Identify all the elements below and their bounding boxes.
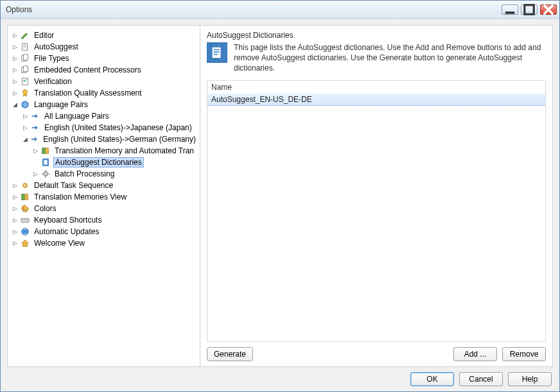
tree-item-tm-auto[interactable]: ▷Translation Memory and Automated Tran <box>31 145 197 157</box>
page-description: This page lists the AutoSuggest dictiona… <box>234 42 546 74</box>
document-icon <box>20 42 30 52</box>
svg-rect-10 <box>23 66 28 72</box>
tree-item-updates[interactable]: ▷Automatic Updates <box>10 226 197 237</box>
expand-icon[interactable]: ▷ <box>22 124 29 132</box>
tree-item-verification[interactable]: ▷Verification <box>10 76 197 87</box>
svg-rect-35 <box>28 219 28 220</box>
tree-item-as-dicts[interactable]: ▷AutoSuggest Dictionaries <box>31 157 197 168</box>
svg-rect-38 <box>214 49 220 51</box>
globe-icon <box>20 99 30 110</box>
files-icon <box>20 65 30 75</box>
tree-item-tm-view[interactable]: ▷Translation Memories View <box>10 191 197 203</box>
dialog-buttons: OK Cancel Help <box>7 372 553 386</box>
list-buttons: Generate Add ... Remove <box>207 347 546 361</box>
expand-icon[interactable]: ▷ <box>12 194 19 201</box>
svg-rect-1 <box>525 4 534 13</box>
titlebar: Options <box>1 1 559 19</box>
checklist-icon <box>20 76 30 87</box>
expand-icon[interactable]: ▷ <box>12 228 19 235</box>
options-window: Options ▷Editor ▷AutoSuggest ▷File Types… <box>0 0 560 392</box>
column-header-name[interactable]: Name <box>207 80 546 94</box>
gear-icon <box>20 180 30 191</box>
generate-button[interactable]: Generate <box>207 347 253 361</box>
files-icon <box>20 53 30 64</box>
expand-icon[interactable]: ▷ <box>12 205 19 212</box>
tree-item-langpairs[interactable]: ◢Language Pairs <box>10 99 197 110</box>
cancel-button[interactable]: Cancel <box>459 372 503 386</box>
svg-point-25 <box>24 185 26 187</box>
close-button[interactable] <box>540 4 557 15</box>
tree-item-all-pairs[interactable]: ▷All Language Pairs <box>21 110 197 122</box>
remove-button[interactable]: Remove <box>502 347 546 361</box>
tree-item-welcome[interactable]: ▷Welcome View <box>10 237 197 249</box>
expand-icon[interactable]: ▷ <box>12 182 19 189</box>
svg-point-19 <box>45 173 47 175</box>
expand-icon[interactable]: ▷ <box>12 240 19 247</box>
arrow-icon <box>30 123 40 133</box>
expand-icon[interactable]: ▷ <box>12 67 19 74</box>
expand-icon[interactable]: ▷ <box>22 113 29 120</box>
tm-icon <box>40 146 51 156</box>
svg-rect-39 <box>214 51 220 53</box>
palette-icon <box>20 203 30 214</box>
arrow-icon <box>30 111 40 121</box>
home-icon <box>20 238 30 248</box>
tree-item-filetypes[interactable]: ▷File Types <box>10 53 197 64</box>
svg-rect-8 <box>23 55 28 60</box>
expand-icon[interactable]: ▷ <box>12 55 19 62</box>
list-item[interactable]: AutoSuggest_EN-US_DE-DE <box>207 94 546 106</box>
tm-icon <box>20 192 30 202</box>
svg-rect-27 <box>25 194 28 200</box>
svg-rect-26 <box>22 194 24 200</box>
tree-item-editor[interactable]: ▷Editor <box>10 30 197 41</box>
page-title: AutoSuggest Dictionaries <box>207 31 546 40</box>
medal-icon <box>20 88 30 98</box>
minimize-button[interactable] <box>502 4 518 15</box>
description-row: This page lists the AutoSuggest dictiona… <box>207 42 546 74</box>
svg-rect-15 <box>46 148 48 154</box>
svg-rect-17 <box>44 160 47 165</box>
svg-point-28 <box>23 207 24 209</box>
expand-icon[interactable]: ▷ <box>12 217 19 224</box>
svg-rect-40 <box>214 54 218 55</box>
nav-tree[interactable]: ▷Editor ▷AutoSuggest ▷File Types ▷Embedd… <box>8 26 200 366</box>
globe-icon <box>20 226 30 237</box>
ok-button[interactable]: OK <box>410 372 454 386</box>
expand-icon[interactable]: ▷ <box>12 32 19 39</box>
svg-point-30 <box>26 210 27 211</box>
add-button[interactable]: Add ... <box>453 347 497 361</box>
tree-item-default-task[interactable]: ▷Default Task Sequence <box>10 180 197 191</box>
svg-rect-34 <box>26 219 26 220</box>
tree-item-batch[interactable]: ▷Batch Processing <box>31 168 197 180</box>
tree-item-en-de[interactable]: ◢English (United States)->German (German… <box>21 133 197 145</box>
svg-rect-14 <box>42 148 45 154</box>
panes: ▷Editor ▷AutoSuggest ▷File Types ▷Embedd… <box>7 25 553 367</box>
pencil-icon <box>20 30 30 40</box>
tree-item-tqa[interactable]: ▷Translation Quality Assessment <box>10 87 197 99</box>
tree-item-keyboard[interactable]: ▷Keyboard Shortcuts <box>10 214 197 226</box>
tree-item-colors[interactable]: ▷Colors <box>10 203 197 214</box>
expand-icon[interactable]: ▷ <box>12 44 19 51</box>
expand-icon[interactable]: ▷ <box>32 148 39 155</box>
svg-point-29 <box>23 210 24 211</box>
maximize-button[interactable] <box>521 4 538 15</box>
window-controls <box>502 4 557 15</box>
detail-pane: AutoSuggest Dictionaries This page lists… <box>200 26 552 366</box>
dictionary-list[interactable]: AutoSuggest_EN-US_DE-DE <box>207 94 546 342</box>
collapse-icon[interactable]: ◢ <box>12 101 19 108</box>
svg-rect-32 <box>22 219 23 220</box>
gear-icon <box>40 169 51 179</box>
window-title: Options <box>6 5 502 14</box>
expand-icon[interactable]: ▷ <box>12 78 19 85</box>
tree-item-autosuggest[interactable]: ▷AutoSuggest <box>10 41 197 53</box>
expand-icon[interactable]: ▷ <box>12 90 19 97</box>
tree-item-en-ja[interactable]: ▷English (United States)->Japanese (Japa… <box>21 122 197 133</box>
keyboard-icon <box>20 215 30 225</box>
dictionary-icon <box>207 42 227 63</box>
help-button[interactable]: Help <box>508 372 552 386</box>
expand-icon[interactable]: ▷ <box>32 171 39 178</box>
svg-rect-33 <box>24 219 24 220</box>
dictionary-icon <box>40 157 51 167</box>
collapse-icon[interactable]: ◢ <box>22 136 28 143</box>
tree-item-embedded[interactable]: ▷Embedded Content Processors <box>10 64 197 76</box>
